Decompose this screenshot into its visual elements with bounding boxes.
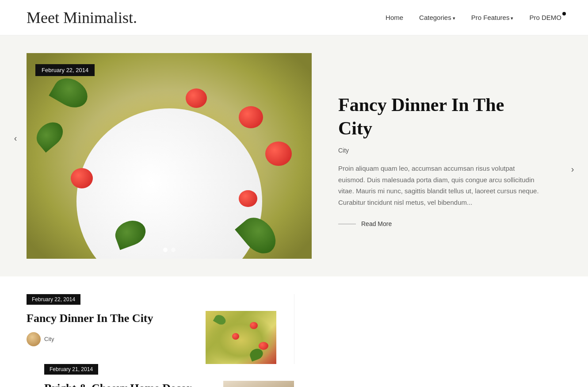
- read-more-line: [338, 224, 356, 224]
- post-2-text: Bright & Cheery Home Decor City / Travel: [44, 381, 214, 387]
- read-more-label: Read More: [361, 220, 392, 227]
- hero-image: [27, 53, 312, 259]
- post-1-date: February 22, 2014: [27, 294, 80, 305]
- nav-pro-features[interactable]: Pro Features: [471, 14, 514, 21]
- site-logo[interactable]: Meet Minimalist.: [27, 8, 137, 27]
- dot-1[interactable]: [163, 248, 168, 252]
- posts-section: February 22, 2014 Fancy Dinner In The Ci…: [0, 276, 588, 387]
- post-2-inner: Bright & Cheery Home Decor City / Travel: [44, 381, 294, 387]
- tomato-3: [265, 142, 292, 166]
- hero-date-badge: February 22, 2014: [35, 64, 95, 76]
- read-more-link[interactable]: Read More: [338, 220, 539, 227]
- post-card-1: February 22, 2014 Fancy Dinner In The Ci…: [27, 294, 294, 364]
- pro-demo-dot: [562, 12, 566, 15]
- post-1-avatar: [27, 332, 41, 346]
- post-2-thumb-image: [223, 381, 294, 387]
- post-2-title[interactable]: Bright & Cheery Home Decor: [44, 381, 214, 387]
- post-1-thumbnail[interactable]: [206, 311, 276, 364]
- post-1-author: City: [27, 332, 197, 346]
- tomato-2: [186, 88, 207, 108]
- hero-text-panel: Fancy Dinner In The City City Proin aliq…: [312, 53, 561, 259]
- hero-title: Fancy Dinner In The City: [338, 93, 539, 140]
- post-2-thumbnail[interactable]: [223, 381, 294, 387]
- posts-divider: [294, 294, 294, 364]
- tomato-4: [239, 190, 257, 207]
- post-1-inner: Fancy Dinner In The City City: [27, 311, 276, 364]
- post-2-date: February 21, 2014: [44, 364, 98, 375]
- post-1-text: Fancy Dinner In The City City: [27, 311, 197, 346]
- hero-image-wrapper: February 22, 2014: [27, 53, 312, 259]
- site-header: Meet Minimalist. Home Categories Pro Fea…: [0, 0, 588, 35]
- next-arrow[interactable]: ›: [564, 161, 581, 178]
- hero-section: ‹ February 22, 2014: [0, 35, 588, 276]
- hero-excerpt: Proin aliquam quam leo, accumsan accumsa…: [338, 163, 539, 208]
- nav-categories[interactable]: Categories: [419, 14, 455, 21]
- post-1-thumb-image: [206, 311, 276, 364]
- nav-pro-demo[interactable]: Pro DEMO: [529, 14, 561, 21]
- slider-dots: [163, 248, 176, 252]
- posts-grid: February 22, 2014 Fancy Dinner In The Ci…: [27, 294, 561, 387]
- post-1-title[interactable]: Fancy Dinner In The City: [27, 311, 197, 326]
- hero-category[interactable]: City: [338, 147, 539, 154]
- dot-2[interactable]: [171, 248, 176, 252]
- post-card-2: February 21, 2014 Bright & Cheery Home D…: [27, 364, 294, 387]
- nav-home[interactable]: Home: [386, 14, 403, 21]
- main-nav: Home Categories Pro Features Pro DEMO: [386, 14, 561, 21]
- tomato-1: [239, 106, 263, 128]
- tomato-5: [71, 168, 93, 188]
- post-1-author-label: City: [44, 336, 54, 342]
- prev-arrow[interactable]: ‹: [7, 130, 24, 147]
